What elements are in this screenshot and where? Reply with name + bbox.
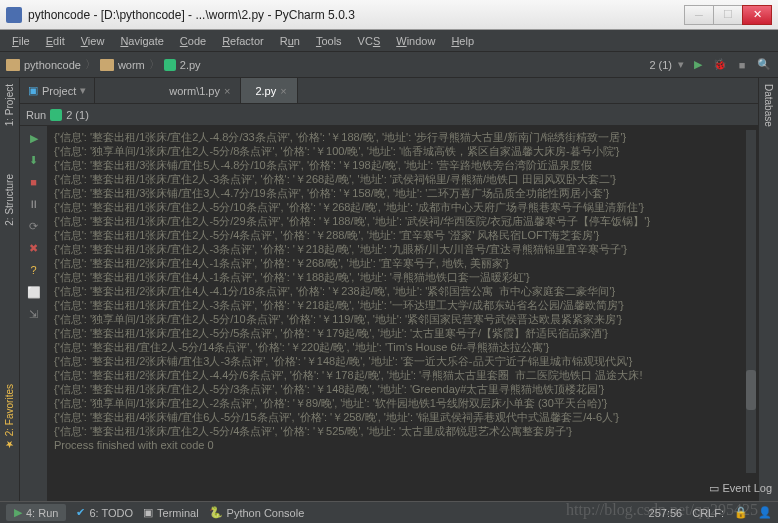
menu-run[interactable]: Run [274, 33, 306, 49]
menu-navigate[interactable]: Navigate [114, 33, 169, 49]
maximize-button[interactable]: ☐ [713, 5, 743, 25]
sidebar-database[interactable]: Database [761, 80, 776, 131]
tab-label: worm\1.py [169, 85, 220, 97]
menu-window[interactable]: Window [390, 33, 441, 49]
run-toolbar: ▶ ⬇ ■ ⏸ ⟳ ✖ ? ⬜ ⇲ [20, 126, 48, 501]
console-line: {'信息': '整套出租/1张床/宜住2人-3条点评', '价格': '￥218… [54, 242, 752, 256]
breadcrumb-file[interactable]: 2.py [180, 59, 201, 71]
editor-tab-active[interactable]: 2.py × [241, 78, 297, 103]
terminal-button[interactable]: ▣ Terminal [143, 506, 199, 519]
console-line: {'信息': '整套出租/3张床铺/宜住5人-4.8分/10条点评', '价格'… [54, 158, 752, 172]
console-line: Process finished with exit code 0 [54, 438, 752, 452]
menu-refactor[interactable]: Refactor [216, 33, 270, 49]
console-line: {'信息': '整套出租/1张床/宜住2人-5分/3条点评', '价格': '￥… [54, 382, 752, 396]
console-line: {'信息': '整套出租/1张床/宜住2人-5分/4条点评', '价格': '￥… [54, 228, 752, 242]
down-icon[interactable]: ⬇ [26, 152, 42, 168]
console-line: {'信息': '整套出租/1张床/宜住2人-5分/4条点评', '价格': '￥… [54, 424, 752, 438]
console-line: {'信息': '独享单间/1张床/宜住2人-2条点评', '价格': '￥89/… [54, 396, 752, 410]
debug-button[interactable]: 🐞 [712, 57, 728, 73]
dropdown-icon[interactable]: ▾ [678, 58, 684, 71]
chevron-right-icon: 〉 [85, 57, 96, 72]
console-line: {'信息': '整套出租/宜住2人-5分/14条点评', '价格': '￥220… [54, 340, 752, 354]
console-output[interactable]: {'信息': '整套出租/1张床/宜住2人-4.8分/33条点评', '价格':… [48, 126, 758, 501]
terminal-label: Terminal [157, 507, 199, 519]
tab-label: 2.py [255, 85, 276, 97]
run-button[interactable]: ▶ [690, 57, 706, 73]
run-tool-header: Run 2 (1) [20, 104, 758, 126]
rerun-icon[interactable]: ▶ [26, 130, 42, 146]
lock-icon[interactable]: 🔒 [734, 506, 748, 519]
window-title: pythoncode - [D:\pythoncode] - ...\worm\… [28, 8, 685, 22]
app-icon [6, 7, 22, 23]
menu-vcs[interactable]: VCS [352, 33, 387, 49]
console-line: {'信息': '独享单间/1张床/宜住2人-5分/10条点评', '价格': '… [54, 312, 752, 326]
pin-icon[interactable]: ⇲ [26, 306, 42, 322]
run-config-selector[interactable]: 2 (1) [649, 59, 672, 71]
close-tab-icon[interactable]: × [280, 85, 286, 97]
run-tab-label: 4: Run [26, 507, 58, 519]
console-line: {'信息': '整套出租/1张床/宜住2人-3条点评', '价格': '￥218… [54, 298, 752, 312]
python-console-button[interactable]: 🐍 Python Console [209, 506, 305, 519]
todo-label: 6: TODO [89, 507, 133, 519]
todo-button[interactable]: ✔ 6: TODO [76, 506, 133, 519]
search-icon[interactable]: 🔍 [756, 57, 772, 73]
todo-icon: ✔ [76, 506, 85, 519]
help-icon[interactable]: ? [26, 262, 42, 278]
menu-edit[interactable]: Edit [40, 33, 71, 49]
console-line: {'信息': '整套出租/1张床/宜住2人-5分/5条点评', '价格': '￥… [54, 326, 752, 340]
console-line: {'信息': '独享单间/1张床/宜住2人-5分/8条点评', '价格': '￥… [54, 144, 752, 158]
console-line: {'信息': '整套出租/2张床铺/宜住3人-3条点评', '价格': '￥14… [54, 354, 752, 368]
console-line: {'信息': '整套出租/2张床/宜住4人-4.1分/18条点评', '价格':… [54, 284, 752, 298]
pause-icon[interactable]: ⏸ [26, 196, 42, 212]
sidebar-structure[interactable]: 2: Structure [2, 170, 17, 230]
chevron-right-icon: 〉 [149, 57, 160, 72]
menu-code[interactable]: Code [174, 33, 212, 49]
hector-icon[interactable]: 👤 [758, 506, 772, 519]
minimize-button[interactable]: ─ [684, 5, 714, 25]
menu-view[interactable]: View [75, 33, 111, 49]
navigation-bar: pythoncode 〉 worm 〉 2.py 2 (1) ▾ ▶ 🐞 ■ 🔍 [0, 52, 778, 78]
close-button[interactable]: ✕ [742, 5, 772, 25]
console-line: {'信息': '整套出租/1张床/宜住2人-5分/10条点评', '价格': '… [54, 200, 752, 214]
console-line: {'信息': '整套出租/1张床/宜住2人-4.8分/33条点评', '价格':… [54, 130, 752, 144]
right-tool-gutter [758, 78, 778, 501]
run-tab-button[interactable]: ▶ 4: Run [6, 504, 66, 521]
run-tool-window: ▶ ⬇ ■ ⏸ ⟳ ✖ ? ⬜ ⇲ {'信息': '整套出租/1张床/宜住2人-… [20, 126, 758, 501]
console-line: {'信息': '整套出租/2张床/宜住4人-1条点评', '价格': '￥268… [54, 256, 752, 270]
menu-file[interactable]: File [6, 33, 36, 49]
menu-tools[interactable]: Tools [310, 33, 348, 49]
close-icon[interactable]: ✖ [26, 240, 42, 256]
menu-bar: File Edit View Navigate Code Refactor Ru… [0, 30, 778, 52]
dropdown-icon: ▾ [80, 84, 86, 97]
console-line: {'信息': '整套出租/1张床/宜住2人-5分/29条点评', '价格': '… [54, 214, 752, 228]
run-header-config: 2 (1) [66, 109, 89, 121]
console-line: {'信息': '整套出租/2张床/宜住2人-4.4分/6条点评', '价格': … [54, 368, 752, 382]
cursor-position: 257:56 [649, 507, 683, 519]
editor-tab[interactable]: worm\1.py × [155, 78, 241, 103]
run-header-label: Run [26, 109, 46, 121]
python-icon: 🐍 [209, 506, 223, 519]
console-line: {'信息': '整套出租/1张床/宜住4人-1条点评', '价格': '￥188… [54, 270, 752, 284]
menu-help[interactable]: Help [445, 33, 480, 49]
restore-icon[interactable]: ⟳ [26, 218, 42, 234]
breadcrumb-root[interactable]: pythoncode [24, 59, 81, 71]
stop-icon[interactable]: ■ [26, 174, 42, 190]
console-line: {'信息': '整套出租/3张床铺/宜住3人-4.7分/19条点评', '价格'… [54, 186, 752, 200]
close-tab-icon[interactable]: × [224, 85, 230, 97]
stop-icon[interactable]: ■ [734, 57, 750, 73]
terminal-icon: ▣ [143, 506, 153, 519]
window-titlebar: pythoncode - [D:\pythoncode] - ...\worm\… [0, 0, 778, 30]
folder-icon [6, 59, 20, 71]
sidebar-project[interactable]: 1: Project [2, 80, 17, 130]
scrollbar-thumb[interactable] [746, 370, 756, 410]
project-tool-button[interactable]: ▣ Project ▾ [20, 78, 95, 103]
python-file-icon [164, 59, 176, 71]
line-separator[interactable]: CRLF: [692, 507, 724, 519]
event-log-button[interactable]: ▭ Event Log [709, 482, 772, 495]
breadcrumb-folder[interactable]: worm [118, 59, 145, 71]
scrollbar-track[interactable] [746, 130, 756, 473]
play-icon: ▶ [14, 506, 22, 519]
settings-icon[interactable]: ⬜ [26, 284, 42, 300]
project-label: Project [42, 85, 76, 97]
sidebar-favorites[interactable]: ★ 2: Favorites [2, 380, 17, 454]
